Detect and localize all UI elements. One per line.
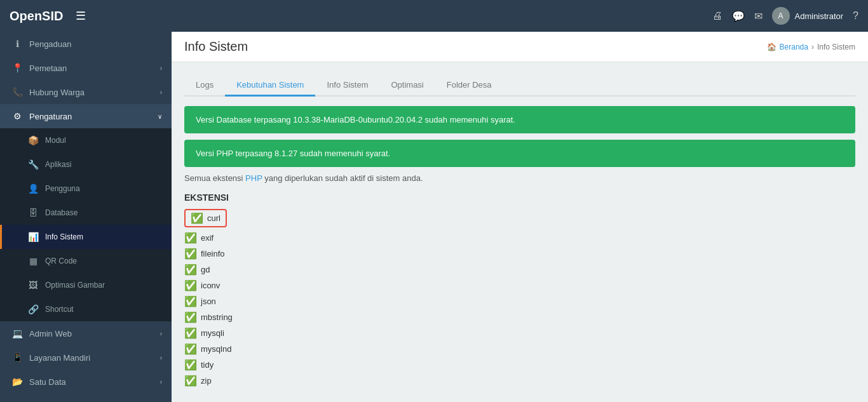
tab-folder-desa[interactable]: Folder Desa — [435, 75, 503, 97]
topbar-right: 🖨 💬 ✉ A Administrator ? — [712, 7, 858, 25]
sidebar-label-pengaturan: Pengaturan — [29, 112, 151, 121]
hubung-warga-icon: 📞 — [11, 87, 23, 97]
sidebar-item-aplikasi[interactable]: 🔧 Aplikasi — [0, 152, 172, 177]
avatar: A — [772, 7, 790, 25]
username-label: Administrator — [795, 11, 844, 21]
sidebar-item-buku-tamu[interactable]: 📖 Buku Tamu › — [0, 394, 172, 402]
app-brand: OpenSID — [10, 9, 63, 23]
breadcrumb-home-icon: 🏠 — [767, 43, 776, 51]
content-body: Logs Kebutuhan Sistem Info Sistem Optima… — [172, 62, 868, 402]
topbar-left: OpenSID ☰ — [10, 9, 86, 23]
aplikasi-icon: 🔧 — [27, 159, 39, 170]
sidebar-label-layanan-mandiri: Layanan Mandiri — [29, 353, 154, 363]
tab-kebutuhan-sistem[interactable]: Kebutuhan Sistem — [225, 75, 315, 97]
check-icon-gd: ✅ — [184, 264, 197, 276]
sidebar-item-modul[interactable]: 📦 Modul — [0, 128, 172, 152]
sidebar-label-shortcut: Shortcut — [45, 305, 162, 314]
ext-item-curl: ✅ curl — [184, 209, 227, 227]
check-icon-mysqlnd: ✅ — [184, 343, 197, 355]
sidebar-item-layanan-mandiri[interactable]: 📱 Layanan Mandiri › — [0, 345, 172, 370]
sidebar-item-pemetaan[interactable]: 📍 Pemetaan › — [0, 56, 172, 80]
sidebar-item-optimasi-gambar[interactable]: 🖼 Optimasi Gambar — [0, 273, 172, 297]
check-icon-json: ✅ — [184, 295, 197, 307]
check-icon-exif: ✅ — [184, 232, 197, 244]
ext-name-fileinfo: fileinfo — [201, 249, 225, 258]
sidebar-item-info-sistem[interactable]: 📊 Info Sistem — [0, 225, 172, 249]
topbar: OpenSID ☰ 🖨 💬 ✉ A Administrator ? — [0, 0, 868, 32]
extensions-section-title: EKSTENSI — [184, 192, 855, 203]
satu-data-icon: 📂 — [11, 377, 23, 387]
ext-name-iconv: iconv — [201, 281, 220, 290]
sidebar-label-pengguna: Pengguna — [45, 184, 162, 193]
content-area: Info Sistem 🏠 Beranda › Info Sistem Logs… — [172, 32, 868, 402]
extensions-list: ✅ curl ✅ exif ✅ fileinfo ✅ gd ✅ — [184, 209, 855, 389]
sidebar-label-hubung-warga: Hubung Warga — [29, 88, 154, 97]
pemetaan-icon: 📍 — [11, 63, 23, 73]
sidebar-item-pengaturan[interactable]: ⚙ Pengaturan ∨ — [0, 104, 172, 128]
pengaduan-icon: ℹ — [11, 39, 23, 49]
ext-item-exif: ✅ exif — [184, 230, 855, 246]
hubung-warga-arrow: › — [160, 89, 162, 96]
database-icon: 🗄 — [27, 208, 39, 218]
mail-icon[interactable]: ✉ — [754, 10, 763, 22]
pemetaan-arrow: › — [160, 65, 162, 72]
modul-icon: 📦 — [27, 135, 39, 145]
admin-web-icon: 💻 — [11, 328, 23, 338]
breadcrumb-separator: › — [811, 43, 814, 51]
print-icon[interactable]: 🖨 — [712, 10, 722, 22]
check-icon-fileinfo: ✅ — [184, 248, 197, 260]
layanan-mandiri-arrow: › — [160, 354, 162, 361]
hamburger-icon[interactable]: ☰ — [76, 9, 86, 23]
ext-item-iconv: ✅ iconv — [184, 278, 855, 293]
tab-info-sistem[interactable]: Info Sistem — [315, 75, 379, 97]
tab-optimasi[interactable]: Optimasi — [379, 75, 435, 97]
tabs-container: Logs Kebutuhan Sistem Info Sistem Optima… — [184, 75, 855, 97]
pengguna-icon: 👤 — [27, 184, 39, 194]
check-icon-curl: ✅ — [191, 212, 203, 224]
shortcut-icon: 🔗 — [27, 304, 39, 314]
ext-note-suffix: yang diperlukan sudah aktif di sistem an… — [262, 173, 423, 183]
sidebar-item-qr-code[interactable]: ▦ QR Code — [0, 249, 172, 273]
pengaturan-submenu: 📦 Modul 🔧 Aplikasi 👤 Pengguna 🗄 Database… — [0, 128, 172, 321]
sidebar-label-admin-web: Admin Web — [29, 329, 154, 338]
user-menu[interactable]: A Administrator — [772, 7, 844, 25]
sidebar-label-optimasi-gambar: Optimasi Gambar — [45, 281, 162, 290]
satu-data-arrow: › — [160, 379, 162, 385]
sidebar-item-pengguna[interactable]: 👤 Pengguna — [0, 177, 172, 201]
ext-name-exif: exif — [201, 233, 214, 243]
sidebar-item-shortcut[interactable]: 🔗 Shortcut — [0, 297, 172, 321]
sidebar-label-pemetaan: Pemetaan — [29, 64, 154, 73]
check-icon-zip: ✅ — [184, 375, 197, 387]
help-icon[interactable]: ? — [853, 10, 858, 22]
sidebar: ℹ Pengaduan 📍 Pemetaan › 📞 Hubung Warga … — [0, 32, 172, 402]
ext-item-mysqli: ✅ mysqli — [184, 325, 855, 341]
chat-icon[interactable]: 💬 — [732, 10, 745, 22]
sidebar-item-hubung-warga[interactable]: 📞 Hubung Warga › — [0, 80, 172, 104]
sidebar-label-info-sistem: Info Sistem — [45, 232, 162, 241]
sidebar-item-pengaduan[interactable]: ℹ Pengaduan — [0, 32, 172, 56]
check-icon-mbstring: ✅ — [184, 311, 197, 323]
ext-item-mysqlnd: ✅ mysqlnd — [184, 341, 855, 357]
info-sistem-icon: 📊 — [27, 232, 39, 242]
check-icon-tidy: ✅ — [184, 359, 197, 371]
sidebar-item-admin-web[interactable]: 💻 Admin Web › — [0, 321, 172, 345]
sidebar-label-satu-data: Satu Data — [29, 377, 154, 387]
sidebar-label-modul: Modul — [45, 136, 162, 145]
layanan-mandiri-icon: 📱 — [11, 352, 23, 363]
breadcrumb-home[interactable]: Beranda — [780, 43, 808, 51]
ext-name-mysqli: mysqli — [201, 328, 224, 338]
content-header: Info Sistem 🏠 Beranda › Info Sistem — [172, 32, 868, 62]
ext-item-gd: ✅ gd — [184, 262, 855, 278]
qr-code-icon: ▦ — [27, 256, 39, 266]
db-alert: Versi Database terpasang 10.3.38-MariaDB… — [184, 106, 855, 133]
ext-item-zip: ✅ zip — [184, 373, 855, 389]
sidebar-label-aplikasi: Aplikasi — [45, 160, 162, 169]
ext-note-link[interactable]: PHP — [245, 173, 262, 183]
sidebar-item-database[interactable]: 🗄 Database — [0, 201, 172, 225]
check-icon-iconv: ✅ — [184, 279, 197, 291]
sidebar-item-satu-data[interactable]: 📂 Satu Data › — [0, 370, 172, 394]
ext-name-curl: curl — [207, 213, 220, 223]
check-icon-mysqli: ✅ — [184, 327, 197, 339]
main-layout: ℹ Pengaduan 📍 Pemetaan › 📞 Hubung Warga … — [0, 32, 868, 402]
tab-logs[interactable]: Logs — [184, 75, 225, 97]
